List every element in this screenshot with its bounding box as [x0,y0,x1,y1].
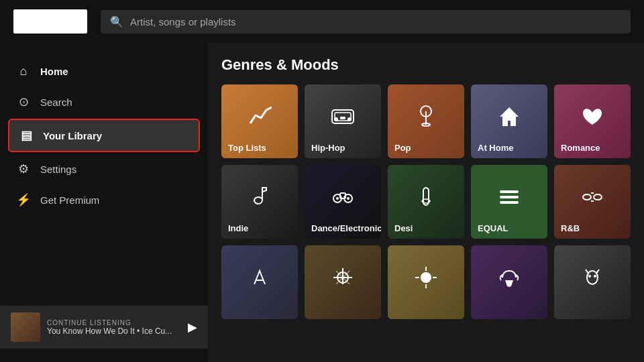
svg-rect-4 [340,117,345,119]
genre-label-dance-electronic: Dance/Electronic [311,223,381,233]
genre-label-top-lists: Top Lists [228,143,266,153]
genre-icon-equal [497,185,521,215]
svg-point-10 [336,197,339,200]
genre-label-romance: Romance [561,143,600,153]
genre-icon-at-home [497,105,521,134]
genre-label-desi: Desi [394,223,413,233]
sidebar-item-settings[interactable]: ⚙ Settings [0,154,208,184]
content-area: Genres & Moods Top Lists Hip-Hop Pop At … [208,43,644,362]
genre-label-rnb: R&B [561,223,580,233]
genre-icon-row3c [414,265,438,295]
search-icon: 🔍 [110,15,123,28]
header: 🔍 [0,0,644,43]
genre-icon-hip-hop [331,105,355,134]
genre-card-desi[interactable]: Desi [388,165,464,239]
genre-label-hip-hop: Hip-Hop [311,143,345,153]
genre-icon-row3e [580,265,604,295]
genre-card-rnb[interactable]: R&B [554,165,631,239]
genre-card-content-row3b [305,245,381,319]
sidebar-item-library-label: Your Library [43,130,102,141]
sidebar-item-home-label: Home [40,66,68,77]
svg-rect-16 [500,196,519,198]
svg-point-29 [588,275,591,278]
svg-point-19 [594,194,602,200]
continue-thumb [11,312,40,342]
svg-point-30 [594,275,596,278]
genre-card-dance-electronic[interactable]: Dance/Electronic [305,165,381,239]
genre-card-row3c[interactable] [388,245,464,319]
genre-card-row3a[interactable] [221,245,298,319]
genre-icon-romance [580,105,604,134]
logo [13,9,87,34]
genre-icon-rnb [580,185,604,215]
genre-card-row3d[interactable] [471,245,547,319]
genre-label-equal: EQUAL [478,223,508,233]
genre-icon-row3a [248,265,272,295]
genre-card-pop[interactable]: Pop [388,84,464,158]
sidebar: ⌂ Home ⊙ Search ▤ Your Library ⚙ Setting… [0,43,208,362]
genre-card-equal[interactable]: EQUAL [471,165,547,239]
sidebar-item-search-label: Search [40,97,72,108]
svg-rect-17 [500,201,519,204]
sidebar-item-premium-label: Get Premium [40,194,99,206]
main-layout: ⌂ Home ⊙ Search ▤ Your Library ⚙ Setting… [0,43,644,362]
premium-icon: ⚡ [16,192,31,207]
genre-icon-top-lists [248,105,272,134]
home-icon: ⌂ [16,64,31,78]
genre-card-content-row3e [554,245,631,319]
continue-listening-bar[interactable]: CONTINUE LISTENING You Know How We Do It… [0,306,208,349]
continue-song: You Know How We Do It • Ice Cu... [47,326,181,336]
section-title: Genres & Moods [221,56,631,74]
svg-point-12 [347,197,350,200]
genre-card-row3e[interactable] [554,245,631,319]
settings-icon: ⚙ [16,162,31,176]
genre-card-at-home[interactable]: At Home [471,84,547,158]
genre-card-hip-hop[interactable]: Hip-Hop [305,84,381,158]
svg-rect-15 [500,190,519,193]
genre-card-content-row3c [388,245,464,319]
genre-icon-dance-electronic [331,185,355,215]
genre-icon-desi [414,185,438,215]
genre-label-indie: Indie [228,223,248,233]
sidebar-item-search[interactable]: ⊙ Search [0,86,208,117]
genre-card-romance[interactable]: Romance [554,84,631,158]
svg-point-3 [347,117,352,121]
sidebar-item-premium[interactable]: ⚡ Get Premium [0,184,208,215]
genre-label-at-home: At Home [478,143,513,153]
genre-card-top-lists[interactable]: Top Lists [221,84,298,158]
genre-card-indie[interactable]: Indie [221,165,298,239]
search-bar[interactable]: 🔍 [101,10,631,34]
play-button[interactable]: ▶ [188,320,197,335]
sidebar-item-settings-label: Settings [40,164,76,175]
library-icon: ▤ [19,128,34,143]
genre-grid: Top Lists Hip-Hop Pop At Home Romance [221,84,631,319]
genre-icon-row3d [497,265,521,295]
svg-point-2 [334,117,338,121]
genre-card-row3b[interactable] [305,245,381,319]
svg-point-18 [583,194,591,200]
search-input[interactable] [130,16,621,27]
genre-icon-row3b [331,265,355,295]
sidebar-item-home[interactable]: ⌂ Home [0,56,208,86]
svg-marker-8 [500,107,519,126]
continue-text: CONTINUE LISTENING You Know How We Do It… [47,319,181,336]
search-nav-icon: ⊙ [16,95,31,109]
genre-icon-indie [248,185,272,215]
svg-point-24 [421,272,431,283]
genre-label-pop: Pop [394,143,411,153]
genre-card-content-row3a [221,245,298,319]
sidebar-item-library[interactable]: ▤ Your Library [8,119,200,152]
continue-label: CONTINUE LISTENING [47,319,181,326]
genre-card-content-row3d [471,245,547,319]
genre-icon-pop [414,105,438,134]
